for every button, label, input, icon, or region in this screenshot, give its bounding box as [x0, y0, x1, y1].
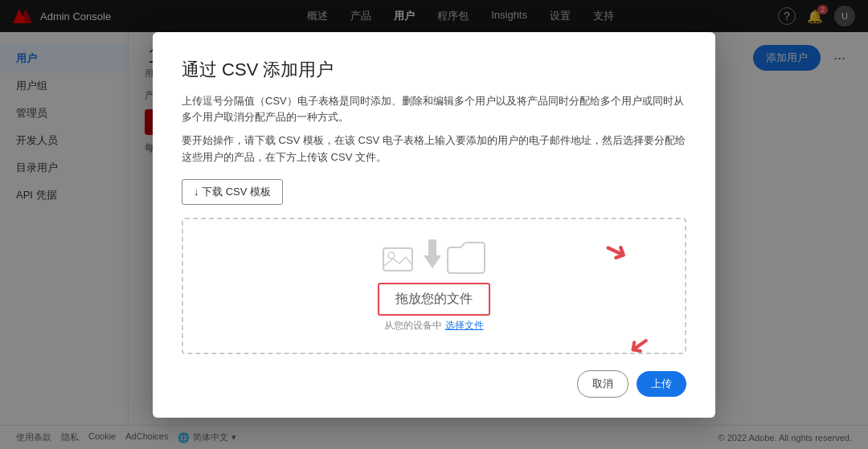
- image-icon: [382, 244, 419, 275]
- modal-title: 通过 CSV 添加用户: [182, 58, 686, 82]
- arrow-to-dropzone-icon: ➜: [599, 230, 635, 271]
- svg-marker-5: [424, 255, 441, 268]
- csv-upload-modal: 通过 CSV 添加用户 上传逗号分隔值（CSV）电子表格是同时添加、删除和编辑多…: [153, 32, 715, 418]
- modal-description-2: 要开始操作，请下载 CSV 模板，在该 CSV 电子表格上输入要添加的用户的电子…: [182, 133, 686, 166]
- folder-icon: [446, 241, 486, 275]
- modal-footer: ➜ 取消 上传: [182, 370, 686, 398]
- svg-point-3: [388, 252, 395, 259]
- upload-button[interactable]: 上传: [637, 371, 686, 397]
- drop-zone-icons: [382, 239, 486, 275]
- modal-overlay: 通过 CSV 添加用户 上传逗号分隔值（CSV）电子表格是同时添加、删除和编辑多…: [0, 0, 868, 449]
- modal-description-1: 上传逗号分隔值（CSV）电子表格是同时添加、删除和编辑多个用户以及将产品同时分配…: [182, 93, 686, 127]
- drop-zone-sub: 从您的设备中 选择文件: [384, 319, 483, 333]
- select-file-link[interactable]: 选择文件: [445, 320, 484, 331]
- upload-arrow-icon: [420, 239, 444, 275]
- file-drop-zone[interactable]: ➜ 拖放您的文件 从您的设备中 选择文件: [182, 218, 686, 354]
- cancel-button[interactable]: 取消: [577, 370, 628, 398]
- drop-zone-text: 拖放您的文件: [378, 283, 490, 316]
- download-template-button[interactable]: ↓ 下载 CSV 模板: [182, 179, 283, 205]
